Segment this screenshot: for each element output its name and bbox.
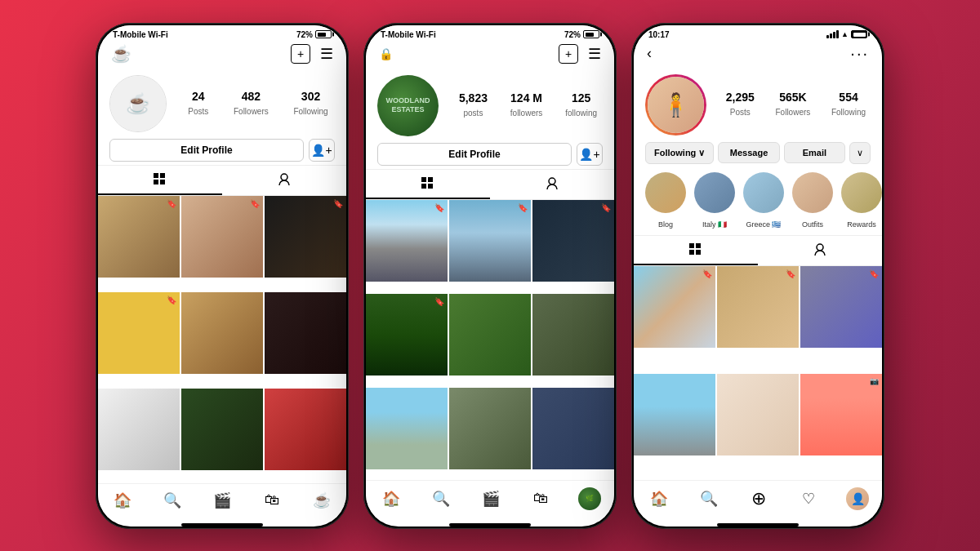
bottom-nav-profile-1[interactable]: ☕ (310, 491, 334, 510)
bookmark-icon-3-3: 🔖 (869, 269, 879, 278)
grid-cell-3-1[interactable]: 🔖 (634, 266, 715, 348)
highlight-circle-greece-3 (743, 172, 784, 213)
phone-2: T-Mobile Wi-Fi 72% 🔒 + ☰ WOODLANDESTATES (363, 23, 617, 529)
email-button-3[interactable]: Email (784, 142, 845, 163)
home-indicator-3 (717, 523, 799, 527)
grid-cell-1-4[interactable]: 🔖 (98, 292, 180, 374)
more-options-3[interactable]: ··· (850, 44, 869, 63)
profile-top-2: WOODLANDESTATES 5,823 posts 124 M follow… (377, 75, 603, 136)
back-button-3[interactable]: ‹ (647, 45, 652, 62)
highlight-greece-3[interactable]: Greece 🇬🇷 (743, 172, 784, 230)
bottom-nav-shop-2[interactable]: 🛍 (528, 489, 553, 509)
edit-profile-button-2[interactable]: Edit Profile (377, 143, 572, 166)
grid-cell-1-2[interactable]: 🔖 (181, 196, 263, 278)
grid-cell-3-4[interactable] (634, 374, 715, 455)
bottom-nav-likes-3[interactable]: ♡ (796, 489, 821, 509)
grid-cell-1-8[interactable] (181, 389, 263, 470)
following-button-3[interactable]: Following ∨ (645, 142, 714, 164)
grid-cell-2-9[interactable] (532, 388, 614, 469)
grid-cell-2-1[interactable]: 🔖 (366, 200, 448, 282)
menu-icon-1[interactable]: ☰ (320, 45, 333, 63)
highlight-outfits-3[interactable]: Outfits (792, 172, 833, 230)
grid-cell-2-5[interactable] (449, 294, 531, 375)
bottom-nav-home-3[interactable]: 🏠 (647, 489, 671, 509)
more-button-3[interactable]: ∨ (849, 142, 871, 164)
grid-cell-3-6[interactable]: 📷 (800, 374, 882, 455)
battery-pct-1: 72% (296, 30, 313, 39)
menu-icon-2[interactable]: ☰ (588, 45, 601, 63)
bottom-nav-search-3[interactable]: 🔍 (697, 489, 721, 509)
battery-area-1: 72% (296, 30, 332, 39)
bottom-nav-profile-2[interactable]: 🌿 (578, 487, 601, 510)
bottom-nav-1: 🏠 🔍 🎬 🛍 ☕ (98, 483, 346, 522)
message-button-3[interactable]: Message (718, 142, 779, 163)
bottom-nav-search-1[interactable]: 🔍 (160, 491, 185, 510)
bookmark-icon-1-2: 🔖 (250, 199, 260, 208)
highlight-blog-3[interactable]: Blog (645, 172, 686, 230)
bookmark-icon-1-3: 🔖 (333, 199, 343, 208)
bottom-nav-search-2[interactable]: 🔍 (429, 489, 453, 509)
add-person-button-2[interactable]: 👤+ (577, 143, 603, 166)
stat-label-following-1: Following (293, 107, 327, 116)
bookmark-icon-2-4: 🔖 (434, 297, 444, 306)
profile-top-1: ☕ 24 Posts 482 Followers 302 Following (109, 75, 335, 132)
svg-rect-3 (160, 180, 165, 184)
bottom-nav-reels-2[interactable]: 🎬 (479, 489, 503, 509)
tab-grid-2[interactable] (366, 170, 490, 199)
grid-cell-1-3[interactable]: 🔖 (265, 196, 346, 278)
tab-grid-1[interactable] (98, 166, 222, 195)
grid-cell-3-2[interactable]: 🔖 (717, 266, 799, 348)
highlight-label-rewards-3: Rewards (847, 220, 876, 229)
bottom-nav-add-3[interactable]: ⊕ (746, 489, 771, 509)
highlight-italy-3[interactable]: Italy 🇮🇹 (694, 172, 735, 230)
bottom-nav-shop-1[interactable]: 🛍 (260, 491, 284, 510)
bookmark-icon-2-2: 🔖 (518, 203, 528, 212)
svg-point-14 (817, 244, 823, 251)
highlight-circle-outfits-3 (792, 172, 833, 213)
grid-cell-2-4[interactable]: 🔖 (366, 294, 448, 375)
bottom-nav-profile-3[interactable]: 👤 (846, 487, 869, 510)
grid-cell-3-3[interactable]: 🔖 (800, 266, 882, 348)
carrier-2: T-Mobile Wi-Fi (381, 30, 436, 39)
grid-cell-2-7[interactable] (366, 388, 448, 469)
tab-tagged-1[interactable] (222, 166, 346, 195)
grid-cell-2-2[interactable]: 🔖 (449, 200, 531, 282)
profile-top-3: 🧍 2,295 Posts 565K Followers 554 Followi… (645, 74, 871, 136)
bookmark-icon-1-1: 🔖 (167, 199, 176, 208)
highlight-rewards-3[interactable]: Rewards (841, 172, 882, 230)
tab-tagged-2[interactable] (490, 170, 614, 199)
grid-cell-2-3[interactable]: 🔖 (532, 200, 614, 282)
stat-num-followers-2: 124 M (510, 91, 542, 104)
grid-cell-1-5[interactable] (181, 292, 263, 374)
phone-3: 10:17 ▲ ‹ ··· 🧍 (631, 23, 884, 529)
highlight-label-greece-3: Greece 🇬🇷 (746, 220, 781, 229)
add-icon-2[interactable]: + (559, 44, 578, 64)
grid-cell-3-5[interactable] (717, 374, 799, 455)
highlight-label-outfits-3: Outfits (802, 220, 823, 229)
grid-cell-1-1[interactable]: 🔖 (98, 196, 180, 278)
stats-2: 5,823 posts 124 M followers 125 followin… (453, 91, 603, 119)
grid-cell-2-8[interactable] (449, 388, 531, 469)
svg-rect-6 (428, 177, 433, 182)
edit-profile-button-1[interactable]: Edit Profile (109, 139, 304, 162)
stat-num-following-3: 554 (831, 91, 866, 104)
add-person-icon-1: 👤+ (311, 144, 332, 157)
add-icon-1[interactable]: + (291, 44, 310, 64)
tab-tagged-3[interactable] (758, 236, 882, 265)
grid-cell-1-6[interactable] (265, 292, 346, 374)
grid-cell-1-9[interactable] (265, 389, 346, 470)
bottom-nav-home-2[interactable]: 🏠 (379, 489, 403, 509)
battery-area-2: 72% (564, 30, 599, 39)
stat-followers-2: 124 M followers (510, 91, 542, 119)
svg-rect-10 (689, 243, 694, 248)
carrier-1: T-Mobile Wi-Fi (113, 30, 168, 39)
bottom-nav-home-1[interactable]: 🏠 (110, 491, 135, 510)
add-person-button-1[interactable]: 👤+ (309, 139, 335, 162)
nav-icons-2: + ☰ (559, 44, 601, 64)
grid-cell-1-7[interactable] (98, 389, 180, 470)
bottom-nav-reels-1[interactable]: 🎬 (210, 491, 234, 510)
grid-cell-2-6[interactable] (532, 294, 614, 375)
tab-grid-3[interactable] (634, 236, 758, 265)
signal-bars-3 (826, 30, 839, 38)
avatar-2: WOODLANDESTATES (377, 75, 439, 136)
